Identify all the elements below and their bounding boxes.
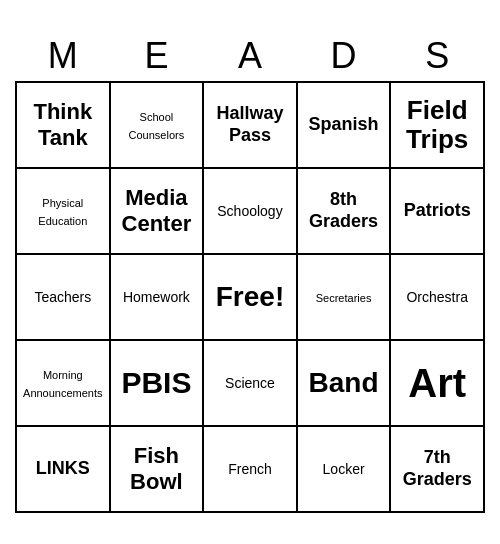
cell-text-3-2: Science <box>225 375 275 391</box>
cell-text-4-0: LINKS <box>36 458 90 478</box>
cell-text-2-4: Orchestra <box>406 289 467 305</box>
header-letter-a: A <box>203 31 297 82</box>
cell-text-0-4: Field Trips <box>406 95 468 154</box>
header-letter-m: M <box>16 31 110 82</box>
cell-text-4-3: Locker <box>323 461 365 477</box>
cell-text-1-1: Media Center <box>122 185 192 236</box>
cell-text-0-3: Spanish <box>309 114 379 134</box>
cell-1-0: Physical Education <box>16 168 110 254</box>
row-0: Think TankSchool CounselorsHallway PassS… <box>16 82 484 168</box>
cell-4-3: Locker <box>297 426 391 512</box>
cell-2-2: Free! <box>203 254 297 340</box>
cell-0-0: Think Tank <box>16 82 110 168</box>
cell-0-3: Spanish <box>297 82 391 168</box>
cell-text-3-3: Band <box>309 367 379 398</box>
cell-text-1-3: 8th Graders <box>309 189 378 231</box>
cell-4-1: Fish Bowl <box>110 426 204 512</box>
header-letter-s: S <box>390 31 484 82</box>
cell-1-2: Schoology <box>203 168 297 254</box>
cell-text-1-0: Physical Education <box>38 197 87 227</box>
cell-text-2-0: Teachers <box>34 289 91 305</box>
row-1: Physical EducationMedia CenterSchoology8… <box>16 168 484 254</box>
bingo-table: MEADS Think TankSchool CounselorsHallway… <box>15 31 485 513</box>
cell-text-4-1: Fish Bowl <box>130 443 183 494</box>
cell-2-0: Teachers <box>16 254 110 340</box>
cell-2-1: Homework <box>110 254 204 340</box>
cell-1-1: Media Center <box>110 168 204 254</box>
cell-1-3: 8th Graders <box>297 168 391 254</box>
cell-3-3: Band <box>297 340 391 426</box>
cell-2-4: Orchestra <box>390 254 484 340</box>
cell-0-4: Field Trips <box>390 82 484 168</box>
row-4: LINKSFish BowlFrenchLocker7th Graders <box>16 426 484 512</box>
cell-4-2: French <box>203 426 297 512</box>
cell-text-0-1: School Counselors <box>129 111 185 141</box>
cell-text-4-2: French <box>228 461 272 477</box>
cell-text-3-1: PBIS <box>121 366 191 399</box>
cell-text-3-4: Art <box>408 361 466 405</box>
cell-text-0-2: Hallway Pass <box>216 103 283 145</box>
cell-text-1-4: Patriots <box>404 200 471 220</box>
header-letter-d: D <box>297 31 391 82</box>
cell-3-4: Art <box>390 340 484 426</box>
cell-text-4-4: 7th Graders <box>403 447 472 489</box>
cell-0-1: School Counselors <box>110 82 204 168</box>
cell-text-3-0: Morning Announcements <box>23 369 103 399</box>
header-row: MEADS <box>16 31 484 82</box>
row-3: Morning AnnouncementsPBISScienceBandArt <box>16 340 484 426</box>
cell-4-4: 7th Graders <box>390 426 484 512</box>
cell-3-2: Science <box>203 340 297 426</box>
cell-3-0: Morning Announcements <box>16 340 110 426</box>
cell-1-4: Patriots <box>390 168 484 254</box>
cell-text-1-2: Schoology <box>217 203 282 219</box>
cell-text-2-2: Free! <box>216 281 284 312</box>
row-2: TeachersHomeworkFree!SecretariesOrchestr… <box>16 254 484 340</box>
cell-text-2-1: Homework <box>123 289 190 305</box>
cell-2-3: Secretaries <box>297 254 391 340</box>
header-letter-e: E <box>110 31 204 82</box>
cell-text-0-0: Think Tank <box>33 99 92 150</box>
cell-4-0: LINKS <box>16 426 110 512</box>
cell-0-2: Hallway Pass <box>203 82 297 168</box>
bingo-card: MEADS Think TankSchool CounselorsHallway… <box>15 31 485 513</box>
cell-text-2-3: Secretaries <box>316 292 372 304</box>
cell-3-1: PBIS <box>110 340 204 426</box>
